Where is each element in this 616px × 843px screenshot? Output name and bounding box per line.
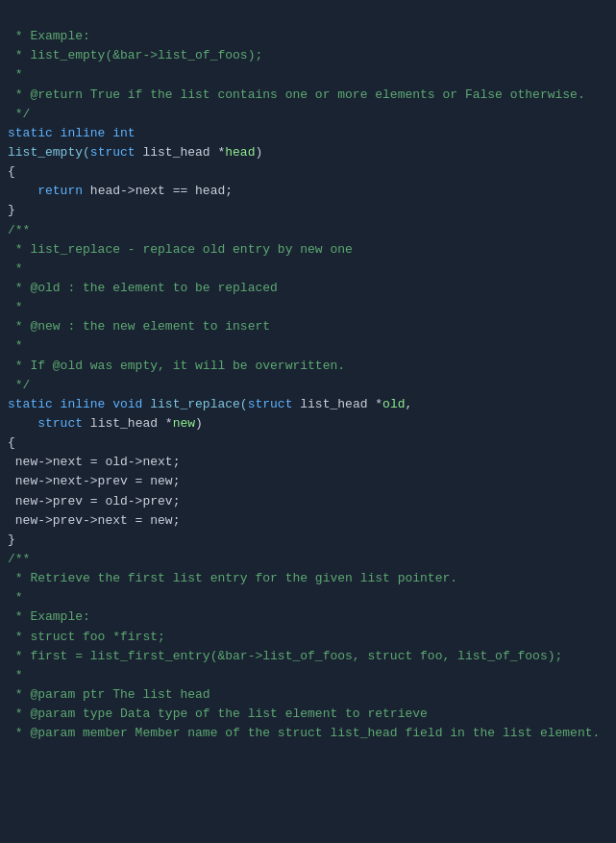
code-token: */ [8, 107, 30, 121]
code-token: * Example: [8, 609, 90, 624]
code-token: ) [195, 416, 203, 431]
code-token: * first = list_first_entry(&bar->list_of… [8, 649, 562, 663]
code-line: */ [0, 105, 616, 124]
code-line: * Example: [0, 27, 616, 46]
code-token: * [8, 261, 23, 276]
code-token: list_empty( [8, 145, 90, 160]
code-line: return head->next == head; [0, 182, 616, 201]
code-token: * @new : the new element to insert [8, 319, 270, 334]
code-token: new->prev->next = new; [8, 513, 180, 528]
code-line: * [0, 65, 616, 85]
code-line: * [0, 588, 616, 607]
code-line: list_empty(struct list_head *head) [0, 143, 616, 162]
code-line: */ [0, 376, 616, 395]
code-line: * Example: [0, 607, 616, 627]
code-token: list_head * [83, 416, 173, 431]
code-token: * list_replace - replace old entry by ne… [8, 242, 353, 257]
code-line: { [0, 434, 616, 453]
code-token: list_head * [292, 397, 382, 411]
code-token: { [8, 435, 15, 450]
code-token: * @param type Data type of the list elem… [8, 707, 428, 721]
code-line: /** [0, 221, 616, 240]
code-line: * list_replace - replace old entry by ne… [0, 240, 616, 260]
code-token [8, 416, 37, 431]
code-token: static inline int [8, 126, 136, 140]
code-line: * first = list_first_entry(&bar->list_of… [0, 647, 616, 666]
code-token: * [8, 67, 23, 82]
code-line: new->prev->next = new; [0, 511, 616, 531]
code-token: } [8, 203, 15, 217]
code-token: struct [90, 145, 136, 160]
code-line: /** [0, 550, 616, 569]
code-line: * [0, 666, 616, 685]
code-line: * [0, 298, 616, 317]
code-token: new->next = old->next; [8, 455, 180, 469]
code-line: * If @old was empty, it will be overwrit… [0, 357, 616, 376]
code-block: * Example: * list_empty(&bar->list_of_fo… [0, 0, 616, 751]
code-token: } [8, 533, 15, 547]
code-line: * struct foo *first; [0, 628, 616, 647]
code-token: , [406, 397, 413, 411]
code-line: } [0, 201, 616, 220]
code-line: * @old : the element to be replaced [0, 279, 616, 298]
code-token: * [8, 590, 23, 605]
code-token: * [8, 668, 23, 682]
code-token: * [8, 338, 23, 353]
code-token: struct [37, 416, 83, 431]
code-token: /** [8, 223, 30, 237]
code-token: * @param member Member name of the struc… [8, 726, 600, 740]
code-token: return [37, 184, 83, 198]
code-line: * @param member Member name of the struc… [0, 724, 616, 743]
code-line: new->prev = old->prev; [0, 492, 616, 511]
code-line: static inline int [0, 124, 616, 143]
code-token: */ [8, 378, 30, 392]
code-line: new->next = old->next; [0, 453, 616, 472]
code-line: struct list_head *new) [0, 414, 616, 434]
code-token: * @old : the element to be replaced [8, 281, 278, 295]
code-line: } [0, 531, 616, 550]
code-token: head [225, 145, 255, 160]
code-line: * @param type Data type of the list elem… [0, 705, 616, 724]
code-line: { [0, 162, 616, 182]
code-token: new->prev = old->prev; [8, 494, 180, 508]
code-token: * [8, 300, 23, 314]
code-line: * @return True if the list contains one … [0, 86, 616, 105]
code-line: * Retrieve the first list entry for the … [0, 569, 616, 588]
code-line: new->next->prev = new; [0, 472, 616, 491]
code-line: * @new : the new element to insert [0, 317, 616, 336]
code-token: old [382, 397, 405, 411]
code-token [8, 184, 37, 198]
code-token: list_head * [136, 145, 226, 160]
code-token: list_replace( [150, 397, 247, 411]
code-line: * [0, 336, 616, 356]
code-token: * struct foo *first; [8, 630, 165, 644]
code-token: ) [255, 145, 262, 160]
code-token: * @param ptr The list head [8, 687, 210, 702]
code-line: * @param ptr The list head [0, 685, 616, 705]
code-token: struct [248, 397, 293, 411]
code-line: * [0, 260, 616, 279]
code-token: * Example: [8, 29, 90, 43]
code-token: { [8, 164, 15, 179]
code-line: static inline void list_replace(struct l… [0, 395, 616, 414]
code-token: * list_empty(&bar->list_of_foos); [8, 48, 262, 62]
code-token: /** [8, 552, 30, 566]
code-token: head->next == head; [83, 184, 233, 198]
code-token: static inline void [8, 397, 150, 411]
code-token: * Retrieve the first list entry for the … [8, 571, 457, 585]
code-token: new->next->prev = new; [8, 474, 180, 488]
code-token: * @return True if the list contains one … [8, 87, 585, 102]
code-line: * list_empty(&bar->list_of_foos); [0, 46, 616, 65]
code-token: new [173, 416, 195, 431]
code-token: * If @old was empty, it will be overwrit… [8, 359, 345, 373]
